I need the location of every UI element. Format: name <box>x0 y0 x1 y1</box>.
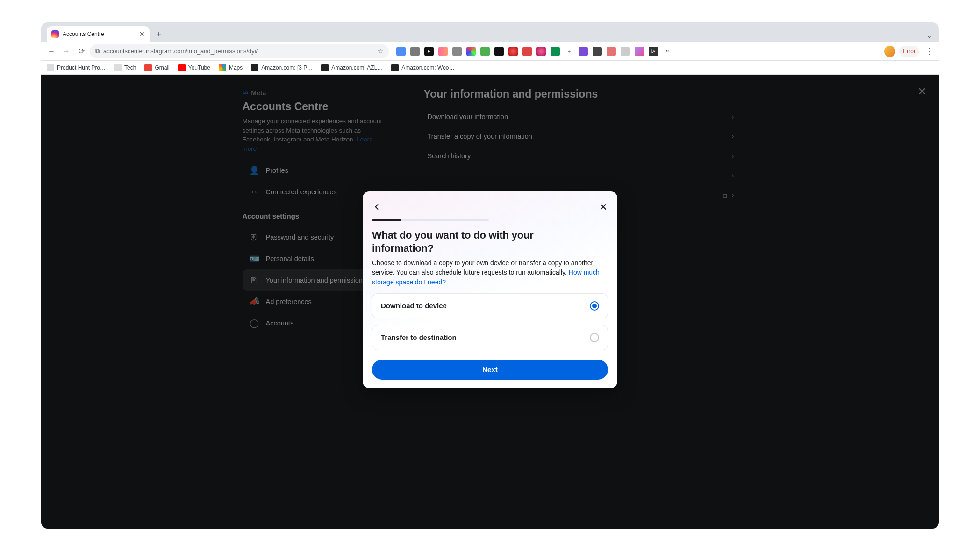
folder-icon <box>47 64 54 71</box>
bookmarks-bar: Product Hunt Pro… Tech Gmail YouTube Map… <box>41 61 939 75</box>
radio-icon[interactable] <box>590 333 599 342</box>
extension-icon[interactable] <box>607 47 616 56</box>
tab-strip: Accounts Centre ✕ + ⌄ <box>41 22 939 42</box>
bookmark-item[interactable]: YouTube <box>178 64 210 71</box>
progress-bar <box>372 219 489 221</box>
modal-close-button[interactable] <box>599 202 608 214</box>
youtube-icon <box>178 64 186 71</box>
extension-icon[interactable] <box>480 47 490 56</box>
extension-icon[interactable] <box>494 47 504 56</box>
extension-icon[interactable] <box>508 47 518 56</box>
modal-subtitle: Choose to download a copy to your own de… <box>372 258 608 287</box>
tabs-dropdown-icon[interactable]: ⌄ <box>924 30 935 41</box>
reload-button[interactable]: ⟳ <box>75 45 88 58</box>
browser-tab[interactable]: Accounts Centre ✕ <box>47 26 150 42</box>
progress-fill <box>372 219 401 221</box>
bookmark-label: Product Hunt Pro… <box>57 64 106 71</box>
back-button[interactable]: ← <box>45 45 58 58</box>
modal-dialog: What do you want to do with your informa… <box>363 191 617 388</box>
new-tab-button[interactable]: + <box>152 28 165 41</box>
extension-icon[interactable] <box>396 47 406 56</box>
extension-icon[interactable] <box>466 47 476 56</box>
next-button[interactable]: Next <box>372 360 608 380</box>
extension-icon[interactable] <box>452 47 462 56</box>
extension-icon[interactable] <box>593 47 602 56</box>
extension-icon[interactable] <box>410 47 420 56</box>
extension-icon[interactable] <box>522 47 532 56</box>
amazon-icon <box>391 64 399 71</box>
bookmark-star-icon[interactable]: ☆ <box>378 48 383 55</box>
chrome-menu-icon[interactable]: ⋮ <box>923 46 935 57</box>
extension-icon[interactable] <box>438 47 448 56</box>
extension-icon[interactable]: ▸ <box>424 47 434 56</box>
radio-selected-icon[interactable] <box>590 301 599 311</box>
extension-icons: ▸ + iA ⠿ <box>396 47 672 56</box>
maps-icon <box>219 64 226 71</box>
option-download[interactable]: Download to device <box>372 293 608 318</box>
error-badge[interactable]: Error <box>899 46 919 57</box>
tab-close-icon[interactable]: ✕ <box>139 30 145 38</box>
site-settings-icon[interactable]: ⧉ <box>95 48 100 55</box>
option-label: Download to device <box>381 302 447 310</box>
extension-icon[interactable]: iA <box>649 47 658 56</box>
chevron-left-icon <box>372 202 381 212</box>
bookmark-item[interactable]: Gmail <box>144 64 169 71</box>
bookmark-label: Amazon.com: [3 P… <box>261 64 313 71</box>
extension-icon[interactable] <box>579 47 588 56</box>
option-transfer[interactable]: Transfer to destination <box>372 325 608 350</box>
extension-icon[interactable] <box>635 47 644 56</box>
modal-title: What do you want to do with your informa… <box>372 229 568 254</box>
bookmark-label: Amazon.com: AZL… <box>331 64 383 71</box>
bookmark-label: YouTube <box>188 64 210 71</box>
url-text: accountscenter.instagram.com/info_and_pe… <box>103 48 374 55</box>
amazon-icon <box>321 64 329 71</box>
modal-scrim: What do you want to do with your informa… <box>41 75 939 529</box>
bookmark-label: Amazon.com: Woo… <box>401 64 454 71</box>
bookmark-item[interactable]: Amazon.com: AZL… <box>321 64 383 71</box>
bookmark-item[interactable]: Amazon.com: Woo… <box>391 64 454 71</box>
extension-icon[interactable] <box>551 47 560 56</box>
close-icon <box>599 202 608 212</box>
bookmark-label: Maps <box>229 64 243 71</box>
browser-toolbar: ← → ⟳ ⧉ accountscenter.instagram.com/inf… <box>41 42 939 61</box>
bookmark-item[interactable]: Amazon.com: [3 P… <box>251 64 313 71</box>
extension-icon[interactable] <box>536 47 546 56</box>
gmail-icon <box>144 64 152 71</box>
bookmark-item[interactable]: Tech <box>114 64 136 71</box>
modal-back-button[interactable] <box>372 202 381 214</box>
bookmark-item[interactable]: Maps <box>219 64 243 71</box>
tab-title: Accounts Centre <box>63 31 136 37</box>
option-label: Transfer to destination <box>381 333 457 341</box>
bookmark-label: Gmail <box>155 64 169 71</box>
puzzle-icon[interactable]: ⠿ <box>663 47 672 56</box>
folder-icon <box>114 64 122 71</box>
address-bar[interactable]: ⧉ accountscenter.instagram.com/info_and_… <box>90 44 389 58</box>
instagram-favicon <box>51 30 59 38</box>
profile-avatar[interactable] <box>884 46 895 57</box>
bookmark-label: Tech <box>124 64 136 71</box>
bookmark-item[interactable]: Product Hunt Pro… <box>47 64 106 71</box>
amazon-icon <box>251 64 258 71</box>
extension-icon[interactable] <box>621 47 630 56</box>
forward-button[interactable]: → <box>60 45 73 58</box>
extension-add-icon[interactable]: + <box>565 47 574 56</box>
